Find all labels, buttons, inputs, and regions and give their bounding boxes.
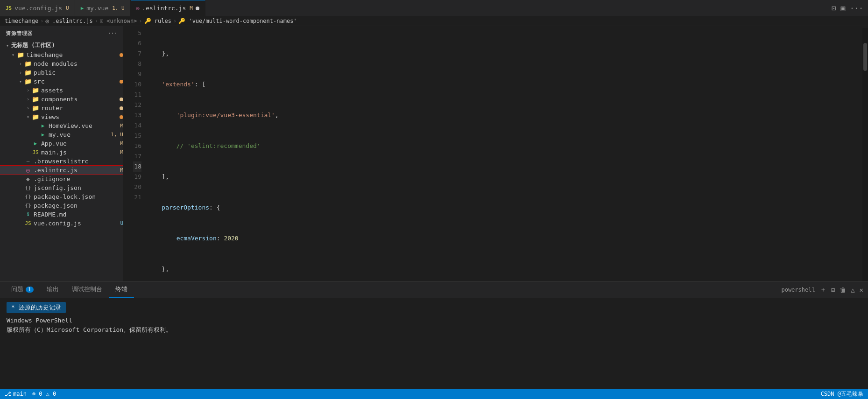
chevron-right-icon: › [24,88,32,93]
sidebar-header: 资源管理器 ··· [0,26,123,41]
sidebar-item-workspace[interactable]: ▾ 无标题 (工作区) [0,41,123,50]
scrollbar-thumb [863,43,867,71]
tab-badge: M [190,5,193,11]
status-bar: ⎇ main ⊗ 0 ⚠ 0 CSDN @五毛辣条 [0,389,868,399]
chevron-right-icon: › [17,70,24,75]
sidebar-item-public[interactable]: › 📁 public [0,68,123,77]
sidebar-actions[interactable]: ··· [108,30,118,36]
vue-icon: ▶ [81,5,84,11]
breadcrumb-rule-name[interactable]: 🔑 'vue/multi-word-component-names' [178,18,296,24]
more-actions-icon[interactable]: ··· [850,4,863,13]
code-content[interactable]: }, 'extends': [ 'plugin:vue/vue3-essenti… [147,28,862,281]
sidebar-item-timechange[interactable]: ▾ 📁 timechange [0,50,123,59]
chevron-down-icon: ▾ [17,79,24,84]
sidebar-item-router[interactable]: › 📁 router [0,104,123,112]
chevron-down-icon: ▾ [24,114,32,119]
tab-vue-config[interactable]: JS vue.config.js U [0,0,75,16]
main-area: 资源管理器 ··· ▾ 无标题 (工作区) ▾ 📁 timechange › � [0,26,868,281]
tab-label: 终端 [115,285,127,294]
tab-label: vue.config.js [14,5,62,12]
tab-problems[interactable]: 问题 1 [5,282,40,298]
modified-indicator [120,106,123,110]
sidebar-item-eslintrc[interactable]: ◎ .eslintrc.js M [0,166,123,175]
modified-indicator [120,98,123,101]
folder-icon: 📁 [32,87,39,94]
add-terminal-icon[interactable]: ＋ [820,286,826,294]
warning-count: ⚠ 0 [46,391,56,397]
readme-file-icon: ℹ [24,211,32,217]
sidebar-item-main-js[interactable]: JS main.js M [0,148,123,157]
vue-file-icon: ▶ [39,132,47,138]
sidebar-item-views[interactable]: ▾ 📁 views [0,112,123,121]
tab-my-vue[interactable]: ▶ my.vue 1, U [75,0,131,16]
terminal-line: Windows PowerShell [7,316,861,325]
more-icon[interactable]: ··· [108,30,118,36]
bottom-panel: 问题 1 输出 调试控制台 终端 powershell ＋ ⊡ 🗑 △ ✕ [0,281,868,389]
tabs-bar: JS vue.config.js U ▶ my.vue 1, U ◎ .esli… [0,0,868,16]
folder-icon: 📁 [17,51,24,58]
powershell-label: powershell [781,287,815,293]
sidebar-item-vue-config[interactable]: JS vue.config.js U [0,219,123,228]
sidebar-item-src[interactable]: ▾ 📁 src [0,77,123,86]
file-label: App.vue [41,140,117,147]
status-right: CSDN @五毛辣条 [821,390,863,398]
split-terminal-icon[interactable]: ⊡ [831,286,835,294]
folder-icon: 📁 [24,78,32,85]
eslint-file-icon: ◎ [24,167,32,174]
maximize-panel-icon[interactable]: △ [851,286,854,294]
breadcrumb-eslintrc[interactable]: ◎ .eslintrc.js [45,18,92,24]
file-badge: M [120,167,123,173]
modified-indicator [120,80,123,84]
sidebar-item-browserslistrc[interactable]: — .browserslistrc [0,157,123,166]
eslint-icon: ◎ [136,5,140,11]
breadcrumb-timechange[interactable]: timechange [5,18,38,24]
split-editor-icon[interactable]: ⊡ [832,4,836,13]
file-badge: 1, U [111,132,124,138]
breadcrumb-rules[interactable]: 🔑 rules [144,18,171,24]
file-label: main.js [41,149,117,156]
file-label: vue.config.js [34,220,117,227]
sidebar-item-components[interactable]: › 📁 components [0,95,123,104]
close-panel-icon[interactable]: ✕ [860,286,863,294]
sidebar-item-readme[interactable]: ℹ README.md [0,210,123,219]
sidebar-item-homeview[interactable]: ▶ HomeView.vue M [0,121,123,130]
sidebar-item-gitignore[interactable]: ◆ .gitignore [0,175,123,183]
file-badge: M [120,149,123,155]
tab-eslintrc[interactable]: ◎ .eslintrc.js M [131,0,205,16]
file-label: HomeView.vue [49,122,117,129]
editor-area: 5 6 7 8 9 10 11 12 13 14 15 16 17 18 19 … [124,26,868,281]
config-file-icon: — [24,158,32,164]
sidebar: 资源管理器 ··· ▾ 无标题 (工作区) ▾ 📁 timechange › � [0,26,124,281]
editor-scrollbar[interactable] [862,28,868,281]
line-numbers: 5 6 7 8 9 10 11 12 13 14 15 16 17 18 19 … [124,28,147,281]
sidebar-item-assets[interactable]: › 📁 assets [0,86,123,95]
file-label: .gitignore [34,175,123,182]
tab-terminal[interactable]: 终端 [109,282,134,298]
sidebar-item-my-vue[interactable]: ▶ my.vue 1, U [0,130,123,139]
tab-output[interactable]: 输出 [40,282,65,298]
file-badge: M [120,123,123,129]
js-file-icon: JS [32,149,39,155]
error-count: ⊗ 0 [32,391,42,397]
js-icon: JS [6,5,12,11]
tab-label: 调试控制台 [72,285,102,294]
json-file-icon: {} [24,194,32,200]
tabs-right-actions: ⊡ ▣ ··· [832,4,868,13]
sidebar-item-package-lock[interactable]: {} package-lock.json [0,192,123,201]
code-line-10: parserOptions: { [147,203,853,213]
chevron-down-icon: ▾ [4,43,11,48]
sidebar-item-jsconfig[interactable]: {} jsconfig.json [0,183,123,192]
file-label: .browserslistrc [34,158,123,165]
sidebar-item-package-json[interactable]: {} package.json [0,201,123,210]
tab-debug[interactable]: 调试控制台 [65,282,109,298]
delete-terminal-icon[interactable]: 🗑 [840,286,846,294]
layout-icon[interactable]: ▣ [840,4,845,13]
code-container[interactable]: 5 6 7 8 9 10 11 12 13 14 15 16 17 18 19 … [124,26,868,281]
folder-label: timechange [26,51,117,58]
terminal-content[interactable]: * 还原的历史记录 Windows PowerShell 版权所有（C）Micr… [0,298,868,389]
tab-label: 输出 [47,285,59,294]
sidebar-item-app-vue[interactable]: ▶ App.vue M [0,139,123,148]
sidebar-item-node-modules[interactable]: › 📁 node_modules [0,59,123,68]
folder-icon: 📁 [32,96,39,103]
breadcrumb-unknown[interactable]: ⊡ <unknown> [100,18,137,24]
